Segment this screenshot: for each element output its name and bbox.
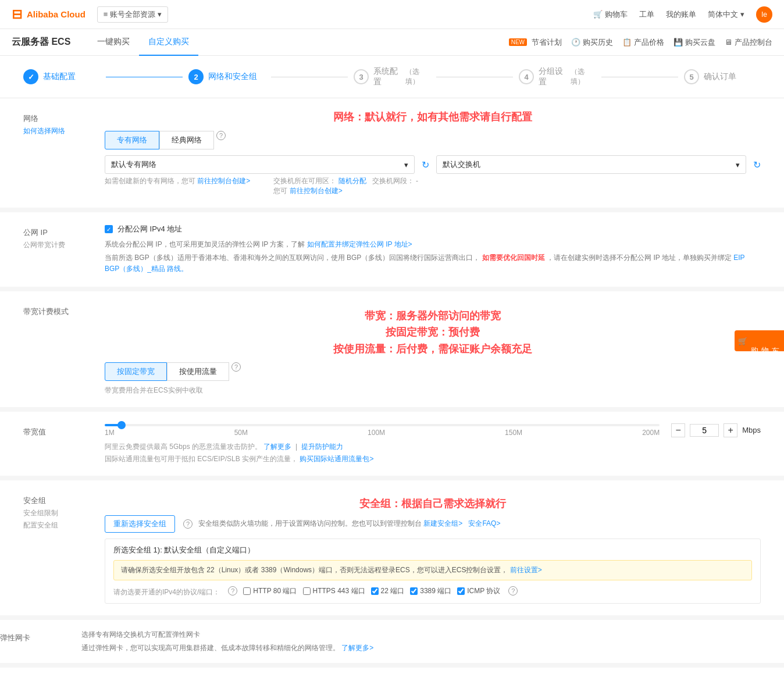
bandwidth-slider-track[interactable] bbox=[105, 424, 660, 426]
tab-custom-purchase[interactable]: 自定义购买 bbox=[139, 29, 198, 56]
ip-highlight: 如需要优化回国时延 bbox=[482, 254, 545, 262]
vpc-select[interactable]: 默认专有网络 ▾ bbox=[105, 155, 415, 174]
ddos-note: 阿里云免费提供最高 5Gbps 的恶意流量攻击防护。 bbox=[105, 443, 262, 451]
workorder-link[interactable]: 工单 bbox=[639, 9, 654, 20]
workorder-label: 工单 bbox=[639, 9, 654, 20]
ddos-hint: 阿里云免费提供最高 5Gbps 的恶意流量攻击防护。 了解更多 | 提升防护能力 bbox=[105, 442, 761, 452]
bandwidth-plus-btn[interactable]: + bbox=[724, 423, 737, 437]
account-link[interactable]: 我的账单 bbox=[666, 9, 696, 20]
port3389-label: 3389 端口 bbox=[420, 586, 451, 596]
network-type-group: 专有网络 经典网络 ? bbox=[105, 131, 761, 149]
http-checkbox-input[interactable] bbox=[243, 587, 251, 595]
purchase-history-link[interactable]: 🕐 购买历史 bbox=[571, 37, 613, 48]
step-line-4 bbox=[601, 77, 678, 77]
step-2-label: 网络和安全组 bbox=[208, 72, 257, 82]
port-row: 请勿选要开通的IPv4的协议/端口： ? HTTP 80 端口 HTTPS 44… bbox=[113, 585, 752, 597]
step-line-1 bbox=[106, 77, 183, 77]
bandwidth-callout: 带宽：服务器外部访问的带宽 按固定带宽：预付费 按使用流量：后付费，需保证账户余… bbox=[105, 308, 761, 358]
traffic-bandwidth-btn[interactable]: 按使用流量 bbox=[167, 362, 229, 381]
step-2-circle: 2 bbox=[188, 69, 204, 84]
network-help-icon[interactable]: ? bbox=[216, 131, 226, 140]
vpc-refresh-icon[interactable]: ↻ bbox=[422, 159, 429, 170]
security-config-label: 配置安全组 bbox=[23, 520, 81, 530]
fixed-bandwidth-btn[interactable]: 按固定带宽 bbox=[105, 362, 167, 381]
bandwidth-callout-line2: 按固定带宽：预付费 bbox=[105, 324, 761, 341]
icmp-help-icon[interactable]: ? bbox=[508, 586, 518, 596]
upgrade-link[interactable]: 提升防护能力 bbox=[301, 443, 343, 451]
ipv4-checkbox[interactable] bbox=[105, 225, 113, 233]
vpc-chevron-icon: ▾ bbox=[404, 161, 408, 169]
tab-quick-purchase[interactable]: 一键购买 bbox=[88, 29, 139, 56]
vpc-btn[interactable]: 专有网络 bbox=[105, 131, 159, 149]
security-help-icon[interactable]: ? bbox=[183, 519, 193, 529]
port22-checkbox[interactable]: 22 端口 bbox=[371, 586, 405, 596]
slider-thumb[interactable] bbox=[117, 421, 126, 429]
ports-label: 请勿选要开通的IPv4的协议/端口： bbox=[113, 587, 220, 597]
product-price-label: 产品价格 bbox=[634, 37, 664, 48]
cart-link[interactable]: 🛒 购物车 bbox=[593, 9, 628, 20]
ports-help-icon[interactable]: ? bbox=[228, 586, 237, 596]
switch-refresh-icon[interactable]: ↻ bbox=[753, 159, 761, 170]
bandwidth-minus-btn[interactable]: − bbox=[671, 423, 685, 437]
security-limit-label: 安全组限制 bbox=[23, 508, 81, 518]
nic-learn-more-link[interactable]: 了解更多> bbox=[341, 644, 373, 652]
resources-menu[interactable]: ≡ 账号全部资源 ▾ bbox=[97, 6, 169, 23]
step-1: ✓ 基础配置 bbox=[23, 69, 100, 84]
vpc-create-link[interactable]: 前往控制台创建> bbox=[197, 177, 250, 185]
slider-label-100m: 100M bbox=[368, 429, 385, 437]
avatar[interactable]: Ie bbox=[756, 6, 772, 23]
switch-net-value: - bbox=[416, 177, 418, 185]
step-line-3 bbox=[436, 77, 513, 77]
port22-checkbox-input[interactable] bbox=[371, 587, 379, 595]
warning-text: 请确保所选安全组开放包含 22（Linux）或者 3389（Windows）端口… bbox=[121, 566, 508, 574]
http-port-checkbox[interactable]: HTTP 80 端口 bbox=[243, 586, 297, 596]
bandwidth-value-input[interactable] bbox=[690, 424, 719, 437]
logo[interactable]: ⊟ Alibaba Cloud bbox=[12, 7, 85, 22]
console-link[interactable]: 🖥 产品控制台 bbox=[725, 37, 772, 48]
steps-bar: ✓ 基础配置 2 网络和安全组 3 系统配置 （选填） 4 分组设置 （选填） … bbox=[0, 56, 784, 98]
reselect-security-btn[interactable]: 重新选择安全组 bbox=[105, 515, 175, 533]
intl-link[interactable]: 购买国际站通用流量包> bbox=[300, 455, 373, 463]
ip-desc3: ，请在创建实例时选择不分配公网 IP 地址，单独购买并绑定 bbox=[547, 254, 732, 262]
vpc-select-value: 默认专有网络 bbox=[111, 159, 156, 170]
bandwidth-label: 带宽计费模式 bbox=[23, 303, 81, 317]
step-line-2 bbox=[271, 77, 348, 77]
language-selector[interactable]: 简体中文 ▾ bbox=[708, 9, 744, 20]
ip-link1[interactable]: 如何配置并绑定弹性公网 IP 地址> bbox=[307, 240, 412, 248]
security-desc-text: 安全组类似防火墙功能，用于设置网络访问控制。您也可以到管理控制台 bbox=[198, 519, 422, 527]
new-security-group-link[interactable]: 新建安全组> bbox=[423, 519, 462, 527]
port3389-checkbox[interactable]: 3389 端口 bbox=[410, 586, 451, 596]
nav-right: 🛒 购物车 工单 我的账单 简体中文 ▾ Ie bbox=[593, 6, 772, 23]
switch-chevron-icon: ▾ bbox=[736, 161, 740, 169]
classic-btn[interactable]: 经典网络 bbox=[159, 131, 214, 149]
goto-settings-link[interactable]: 前往设置> bbox=[510, 566, 542, 574]
https-port-checkbox[interactable]: HTTPS 443 端口 bbox=[303, 586, 365, 596]
saving-plan-link[interactable]: NEW 节省计划 bbox=[509, 37, 562, 48]
bandwidth-help-icon[interactable]: ? bbox=[231, 362, 241, 372]
sub-nav-left: 云服务器 ECS 一键购买 自定义购买 bbox=[12, 29, 198, 56]
cart-sidebar[interactable]: 🛒 购物车 bbox=[735, 330, 784, 351]
switch-select[interactable]: 默认交换机 ▾ bbox=[436, 155, 746, 174]
account-label: 我的账单 bbox=[666, 9, 696, 20]
port3389-checkbox-input[interactable] bbox=[410, 587, 418, 595]
switch-create-link[interactable]: 前往控制台创建> bbox=[290, 187, 343, 195]
bandwidth-section: 带宽计费模式 带宽：服务器外部访问的带宽 按固定带宽：预付费 按使用流量：后付费… bbox=[0, 291, 784, 407]
icmp-checkbox[interactable]: ICMP 协议 bbox=[457, 586, 500, 596]
buy-disk-link[interactable]: 💾 购买云盘 bbox=[673, 37, 715, 48]
bandwidth-unit: Mbps bbox=[742, 426, 761, 434]
clock-icon: 🕐 bbox=[571, 38, 580, 47]
product-price-link[interactable]: 📋 产品价格 bbox=[622, 37, 664, 48]
https-checkbox-input[interactable] bbox=[303, 587, 311, 595]
vpc-create-hint: 如需创建新的专有网络，您可 前往控制台创建> bbox=[105, 176, 250, 196]
step-4-optional: （选填） bbox=[571, 67, 596, 87]
security-faq-link[interactable]: 安全FAQ> bbox=[468, 519, 500, 527]
public-ip-label: 公网 IP bbox=[23, 224, 81, 238]
step-4-circle: 4 bbox=[519, 69, 534, 84]
learn-more-link[interactable]: 了解更多 bbox=[263, 443, 291, 451]
switch-zone-label: 交换机所在可用区： bbox=[273, 177, 336, 185]
step-5-circle: 5 bbox=[684, 69, 699, 84]
icmp-checkbox-input[interactable] bbox=[457, 587, 465, 595]
logo-icon: ⊟ bbox=[12, 7, 22, 22]
step-4: 4 分组设置 （选填） bbox=[519, 66, 596, 87]
port22-label: 22 端口 bbox=[381, 586, 405, 596]
